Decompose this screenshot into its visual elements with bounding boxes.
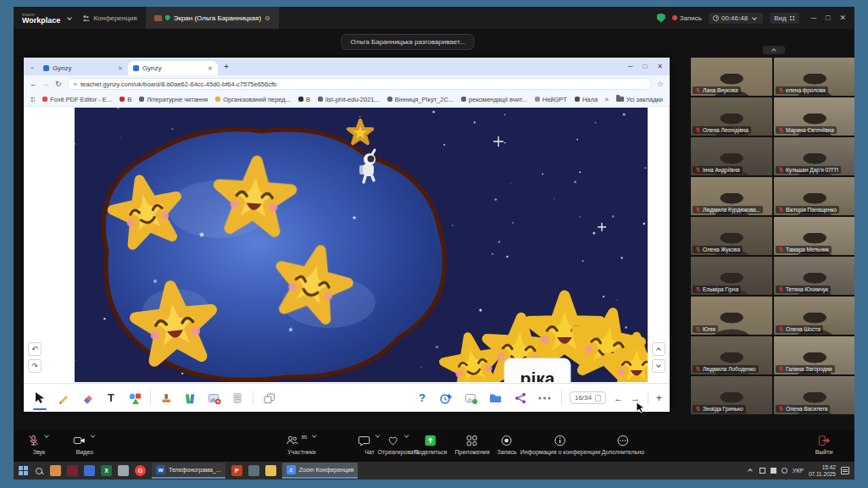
start-button[interactable] (19, 466, 28, 475)
close-tab-icon[interactable]: ✕ (118, 65, 123, 72)
scroll-down-button[interactable] (652, 359, 665, 373)
share-board-button[interactable] (512, 388, 529, 408)
zoom-task[interactable]: Z Zoom Конференция (282, 463, 359, 479)
folder-icon[interactable] (265, 465, 276, 476)
clock[interactable]: 15:42 07.11.2025 (809, 464, 836, 477)
participant-tile[interactable]: Людмила Курдюкова... (691, 177, 772, 215)
bookmark-item[interactable]: В (298, 96, 310, 103)
tray-icon[interactable] (760, 468, 765, 474)
participant-tile[interactable]: Олена Шоста (774, 297, 854, 335)
word-task[interactable]: W Телефонограма_... (152, 463, 225, 479)
taskbar-app-icon[interactable] (67, 465, 78, 476)
taskbar-app-icon[interactable] (248, 465, 259, 476)
open-folder-button[interactable] (487, 388, 504, 408)
bookmark-star-icon[interactable]: ☆ (657, 80, 664, 88)
bookmark-item[interactable]: Організований перед... (215, 96, 291, 103)
chevron-up-icon[interactable] (44, 433, 49, 438)
participant-tile[interactable]: елена фролова (774, 58, 854, 96)
participant-tile[interactable]: Юлія (691, 297, 772, 335)
meeting-info-button[interactable]: Информация о конференции (520, 434, 601, 455)
participant-tile[interactable]: Ельміра Гірна (691, 257, 772, 295)
participant-tile[interactable]: Лана Внукова (691, 58, 772, 96)
minimize-button[interactable]: ─ (811, 14, 816, 22)
notification-center-icon[interactable] (841, 467, 849, 474)
participants-button[interactable]: 85 Участники (286, 434, 319, 455)
insert-image-tool[interactable] (205, 388, 222, 408)
back-button[interactable]: ← (30, 80, 37, 88)
all-bookmarks-folder[interactable]: Усі закладки (616, 96, 663, 103)
audio-button[interactable]: Звук (27, 434, 51, 455)
bookmark-item[interactable]: list-phil-edu-2021... (318, 96, 380, 103)
scroll-up-button[interactable] (652, 342, 665, 356)
history-edit-button[interactable] (438, 388, 455, 408)
participant-tile[interactable]: Людмила Лободенко (691, 336, 772, 374)
shapes-tool[interactable] (126, 388, 143, 408)
participant-tile[interactable]: Тамара Мельник (774, 217, 854, 255)
bookmark-item[interactable]: рекомендації вчит... (461, 96, 527, 103)
previous-page-button[interactable]: ← (614, 393, 623, 403)
view-button[interactable]: Вид (770, 13, 798, 24)
undo-button[interactable]: ↶ (28, 342, 42, 356)
chevron-up-icon[interactable] (404, 433, 409, 438)
powerpoint-icon[interactable]: P (231, 465, 242, 476)
participant-tile[interactable]: Вікторія Панащенко (774, 177, 854, 215)
tray-icon[interactable] (771, 468, 776, 474)
browser-close-button[interactable]: ✕ (657, 63, 663, 70)
tray-icon[interactable] (782, 468, 787, 474)
video-button[interactable]: Видео (73, 434, 97, 455)
select-tool[interactable] (31, 388, 48, 408)
help-button[interactable]: ? (414, 388, 431, 408)
bookmark-item[interactable]: Літературне читання (139, 96, 208, 103)
site-settings-icon[interactable]: ≡ (74, 80, 77, 88)
excel-icon[interactable]: X (101, 465, 112, 476)
apps-grid-icon[interactable] (31, 97, 35, 103)
export-image-button[interactable] (463, 388, 480, 408)
participant-tile[interactable]: Марина Євгеніївна (774, 97, 854, 136)
document-tool[interactable] (229, 388, 246, 408)
bookmark-item[interactable]: Налаштування - Go... (575, 96, 598, 103)
record-button[interactable]: Запись (498, 434, 517, 455)
chevron-down-icon[interactable] (68, 15, 73, 20)
duplicate-view-tool[interactable] (260, 388, 277, 408)
bookmark-item[interactable]: Foxit PDF Editor - Е... (42, 96, 112, 103)
share-screen-button[interactable]: Поделиться (415, 434, 448, 455)
text-tool[interactable]: T (103, 388, 120, 408)
taskbar-app-icon[interactable] (118, 465, 129, 476)
stamp-tool[interactable] (158, 388, 175, 408)
participant-tile[interactable]: Галина Загородня (774, 336, 854, 374)
library-tool[interactable] (181, 388, 198, 408)
participant-tile[interactable]: Кульшан Дар'я 07ГП (774, 137, 854, 175)
meeting-timer[interactable]: 00:46:48 (709, 13, 763, 24)
tab-shared-screen[interactable]: Экран (Ольга Баранницкая) ⊖ (146, 7, 279, 29)
word-card[interactable]: ріка (504, 358, 570, 382)
bookmarks-overflow-icon[interactable]: » (605, 96, 609, 103)
more-button[interactable]: Дополнительно (602, 434, 644, 455)
apps-button[interactable]: Приложения (455, 434, 490, 455)
participant-tile[interactable]: Інна Андріївна (691, 137, 772, 175)
close-button[interactable]: ✕ (839, 14, 846, 22)
more-options-button[interactable] (537, 388, 554, 408)
taskbar-app-icon[interactable] (84, 465, 95, 476)
new-tab-button[interactable]: + (218, 62, 235, 71)
address-bar[interactable]: ≡ teacher.gynzy.com/uk/board/8-b0ae62-64… (67, 78, 652, 90)
participant-tile[interactable]: Олена Леонідівна (691, 97, 772, 136)
add-page-button[interactable]: + (656, 392, 662, 404)
chevron-up-icon[interactable] (91, 433, 96, 438)
tab-conference[interactable]: Конференция (74, 7, 145, 29)
browser-tab-1[interactable]: Gynzy ✕ (38, 61, 128, 75)
search-icon[interactable] (36, 468, 42, 474)
restore-button[interactable]: □ (826, 14, 830, 22)
opera-icon[interactable]: O (135, 465, 146, 476)
leave-button[interactable]: Выйти (815, 434, 833, 455)
recording-indicator[interactable]: Запись (672, 14, 702, 22)
browser-restore-button[interactable]: □ (643, 63, 647, 70)
browser-minimize-button[interactable]: ─ (628, 63, 633, 70)
eraser-tool[interactable] (79, 388, 96, 408)
chevron-up-icon[interactable] (312, 433, 317, 438)
tab-search-icon[interactable]: ⌄ (26, 64, 38, 70)
browser-tab-2[interactable]: Gynzy ✕ (128, 61, 218, 75)
react-button[interactable]: Отреагировать (378, 434, 420, 455)
collapse-gallery-button[interactable] (763, 46, 785, 54)
stop-viewing-icon[interactable]: ⊖ (264, 14, 270, 22)
forward-button[interactable]: → (42, 80, 50, 88)
